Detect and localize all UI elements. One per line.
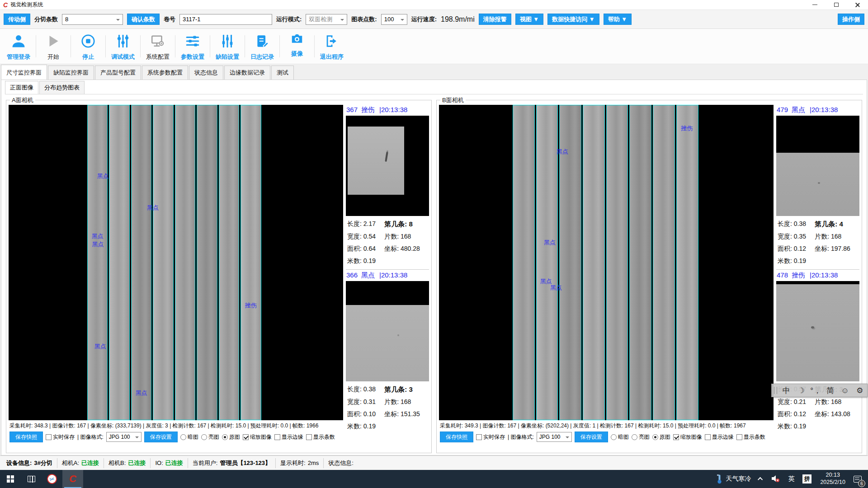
radio-icon (632, 434, 637, 440)
zoom-image-checkbox[interactable]: 缩放图像 (673, 433, 702, 441)
dark-image-radio[interactable]: 暗图 (611, 433, 629, 441)
stop-button[interactable]: 停止 (72, 32, 104, 61)
action-center-button[interactable]: 6 (850, 470, 868, 488)
language-indicator[interactable]: 英 (784, 470, 798, 488)
strip (606, 105, 628, 420)
taskbar-app-vision-system[interactable]: C (62, 470, 83, 488)
image-format-dropdown[interactable]: JPG 100 (537, 432, 572, 442)
sliders-vertical-icon (115, 33, 131, 51)
subtab-front-image[interactable]: 正面图像 (5, 81, 38, 94)
ime-simplified-button[interactable]: 简 (823, 387, 838, 394)
slit-count-label: 分切条数 (34, 15, 58, 23)
stat-pieces: 片数: 168 (815, 233, 859, 241)
save-snapshot-button[interactable]: 保存快照 (9, 432, 43, 442)
ime-pinyin-icon: 拼 (802, 474, 811, 483)
zoom-image-checkbox[interactable]: 缩放图像 (243, 433, 272, 441)
dark-image-radio[interactable]: 暗图 (180, 433, 198, 441)
slit-count-dropdown[interactable]: 8 (62, 14, 123, 25)
roll-number-input[interactable] (179, 14, 272, 25)
defect-overlay-label: 黑点 (550, 284, 562, 292)
tab-system-param-config[interactable]: 系统参数配置 (142, 66, 188, 80)
state-info-segment: 状态信息: (324, 458, 358, 468)
camera-b-controls: 保存快照 实时保存 | 图像格式: JPG 100 保存设置 暗图 亮图 原图 … (439, 431, 774, 443)
top-toolbar: 传动侧 分切条数 8 确认条数 卷号 运行模式: 双面检测 图表点数: 100 … (0, 10, 868, 29)
debug-mode-button[interactable]: 调试模式 (107, 32, 139, 61)
data-quick-access-button[interactable]: 数据快捷访问 ▼ (547, 14, 599, 25)
camera-b-connection-segment: 相机B:已连接 (104, 458, 151, 468)
original-image-radio[interactable]: 原图 (652, 433, 670, 441)
original-image-radio[interactable]: 原图 (222, 433, 240, 441)
tab-edge-data-record[interactable]: 边缘数据记录 (224, 66, 270, 80)
maximize-button[interactable] (826, 0, 847, 9)
tab-status-info[interactable]: 状态信息 (189, 66, 223, 80)
exit-icon (324, 33, 340, 51)
icon-toolbar: 管理登录 开始 停止 调试模式 系统配置 参数设置 缺陷设置 (0, 29, 868, 64)
start-button[interactable] (0, 470, 21, 488)
save-settings-button[interactable]: 保存设置 (575, 432, 608, 442)
tool-label: 调试模式 (111, 53, 135, 61)
tab-defect-monitor[interactable]: 缺陷监控界面 (48, 66, 94, 80)
weather-widget[interactable]: 天气寒冷 (712, 470, 755, 488)
camera-a-stats-line: 采集耗时: 348.3 | 图像计数: 167 | 像素坐标: (333,713… (9, 420, 343, 431)
snipping-tool-button[interactable]: ✂ (42, 470, 62, 488)
confirm-count-button[interactable]: 确认条数 (127, 14, 160, 25)
save-settings-button[interactable]: 保存设置 (144, 432, 178, 442)
show-count-checkbox[interactable]: 显示条数 (306, 433, 335, 441)
tab-size-monitor[interactable]: 尺寸监控界面 (1, 65, 47, 80)
clear-alarm-button[interactable]: 清除报警 (479, 14, 511, 25)
show-edge-checkbox[interactable]: 显示边缘 (274, 433, 303, 441)
stat-width: 宽度: 0.35 (778, 233, 815, 241)
image-format-label: | 图像格式: (508, 433, 534, 441)
show-edge-checkbox[interactable]: 显示边缘 (705, 433, 734, 441)
subtab-distribution-chart[interactable]: 分布趋势图表 (39, 81, 85, 94)
save-snapshot-button[interactable]: 保存快照 (440, 432, 473, 442)
defect-settings-button[interactable]: 缺陷设置 (212, 32, 243, 61)
clock-time: 20:13 (820, 472, 845, 479)
bright-image-radio[interactable]: 亮图 (201, 433, 219, 441)
strip (536, 105, 558, 420)
drive-side-button[interactable]: 传动侧 (4, 14, 30, 25)
ime-indicator[interactable]: 拼 (798, 470, 816, 488)
taskbar-clock[interactable]: 20:13 2025/2/10 (816, 472, 850, 486)
run-mode-label: 运行模式: (276, 15, 302, 23)
realtime-save-checkbox[interactable]: 实时保存 (476, 433, 505, 441)
capture-button[interactable]: 摄像 (281, 30, 313, 62)
admin-login-button[interactable]: 管理登录 (3, 32, 34, 61)
start-button[interactable]: 开始 (38, 32, 69, 61)
io-connection-segment: IO:已连接 (151, 458, 188, 468)
monitor-gear-icon (150, 33, 165, 51)
hidden-icons-button[interactable] (755, 470, 767, 488)
camera-a-image: 黑点黑点黑点黑点挫伤黑点黑点 (9, 105, 343, 420)
bright-image-radio[interactable]: 亮图 (632, 433, 650, 441)
ime-punctuation-button[interactable]: °， (808, 387, 823, 394)
run-mode-dropdown[interactable]: 双面检测 (306, 14, 347, 25)
operator-side-button[interactable]: 操作侧 (838, 14, 864, 25)
ime-emoji-button[interactable]: ☺ (838, 387, 853, 394)
tab-test[interactable]: 测试 (271, 66, 294, 80)
chart-points-dropdown[interactable]: 100 (381, 14, 407, 25)
stat-area: 面积: 0.64 (347, 245, 384, 253)
defect-time: |20:13:38 (379, 271, 407, 279)
defect-time: |20:13:38 (810, 271, 838, 279)
tab-product-model-config[interactable]: 产品型号配置 (95, 66, 141, 80)
ime-settings-gear-icon[interactable]: ⚙ (853, 387, 868, 394)
ime-moon-icon[interactable]: ☽ (794, 387, 809, 394)
view-menu-button[interactable]: 视图 ▼ (515, 14, 543, 25)
checkbox-icon (476, 434, 482, 440)
log-record-button[interactable]: 日志记录 (246, 32, 278, 61)
system-config-button[interactable]: 系统配置 (142, 32, 174, 61)
checkbox-icon (306, 434, 312, 440)
stat-strip-index: 第几条: 3 (384, 385, 429, 394)
realtime-save-checkbox[interactable]: 实时保存 (46, 433, 75, 441)
ime-chinese-mode-button[interactable]: 中 (779, 387, 794, 394)
close-button[interactable] (847, 0, 868, 9)
task-view-button[interactable] (21, 470, 42, 488)
ime-drag-handle[interactable] (774, 387, 777, 394)
volume-button[interactable] (767, 470, 784, 488)
minimize-button[interactable] (804, 0, 826, 9)
help-menu-button[interactable]: 帮助 ▼ (604, 14, 632, 25)
exit-program-button[interactable]: 退出程序 (316, 32, 348, 61)
show-count-checkbox[interactable]: 显示条数 (736, 433, 765, 441)
param-settings-button[interactable]: 参数设置 (177, 32, 208, 61)
image-format-dropdown[interactable]: JPG 100 (106, 432, 142, 442)
